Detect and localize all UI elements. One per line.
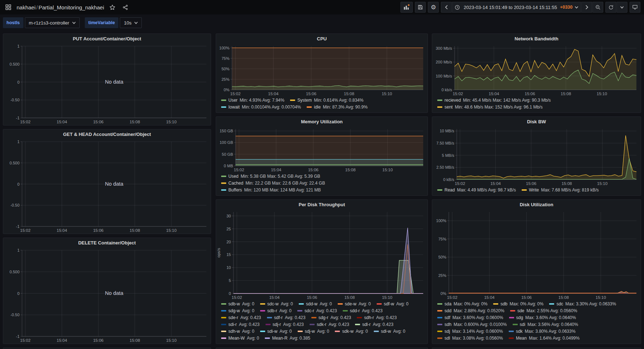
legend-item-sent[interactable]: sentMin: 48.6 Mb/s Max: 152 Mb/s Avg: 96… (437, 105, 637, 110)
delete-chart[interactable]: 10.5000-0.50-115:0215:0415:0615:0815:10N… (3, 247, 211, 344)
save-dashboard-button[interactable] (415, 2, 426, 13)
svg-text:15:06: 15:06 (526, 181, 536, 186)
svg-text:0: 0 (17, 182, 19, 186)
legend-item-sdd-r[interactable]: sdd-rAvg: 0.423 (343, 308, 383, 313)
legend-item-sdk-w[interactable]: sdk-wAvg: 0 (335, 329, 368, 334)
legend-item-recieved[interactable]: recievedMin: 45.4 Mb/s Max: 142 Mb/s Avg… (437, 98, 637, 103)
memory-legend: UsedMin: 5.38 GB Max: 5.42 GB Avg: 5.39 … (216, 173, 428, 195)
dashboard-settings-button[interactable]: ⚙ (428, 2, 439, 13)
legend-item-sdi[interactable]: sdiMax: 3.56% Avg: 0.0640% (513, 322, 578, 327)
legend-item-sdg-r[interactable]: sdg-rAvg: 0.423 (311, 315, 351, 320)
legend-item-sdj-w[interactable]: sdj-wAvg: 0 (298, 329, 329, 334)
legend-item-Used[interactable]: UsedMin: 5.38 GB Max: 5.42 GB Avg: 5.39 … (221, 174, 424, 179)
legend-item-sdi-r[interactable]: sdi-rAvg: 0.423 (221, 322, 260, 327)
legend-item-sdc-w[interactable]: sdc-wAvg: 0 (260, 301, 293, 306)
legend-item-sdj-r[interactable]: sdj-rAvg: 0.423 (266, 322, 304, 327)
svg-text:15:08: 15:08 (561, 181, 572, 186)
legend-item-sdl[interactable]: sdlMax: 3.08% Avg: 0.0560% (437, 336, 503, 341)
disk-bw-chart[interactable]: 0 kB/s2.50 MB/s5 MB/s7.50 MB/s10 MB/s15:… (432, 126, 641, 187)
legend-item-sdg[interactable]: sdgMax: 3.60% Avg: 0.0640% (509, 315, 576, 320)
legend-item-sdc-r[interactable]: sdc-rAvg: 0.423 (297, 308, 337, 313)
legend-item-sda[interactable]: sdaMax: 0% Avg: 0% (437, 301, 487, 306)
refresh-interval-dropdown[interactable] (617, 2, 627, 13)
legend-item-sdf[interactable]: sdfMax: 3.60% Avg: 0.0600% (437, 315, 503, 320)
legend-item-sdj[interactable]: sdjMax: 3.14% Avg: 0.0600% (437, 329, 503, 334)
legend-item-Mean[interactable]: MeanMax: 1.64% Avg: 0.0499% (509, 336, 580, 341)
legend-item-sdl-w[interactable]: sdl-wAvg: 0 (374, 329, 406, 334)
legend-item-System[interactable]: SystemMin: 0.614% Avg: 0.834% (290, 98, 363, 103)
legend-item-sde-w[interactable]: sde-wAvg: 0 (338, 301, 371, 306)
legend-item-Buffers[interactable]: BuffersMin: 120 MB Max: 124 MB Avg: 121 … (221, 187, 424, 193)
legend-item-sdh-w[interactable]: sdh-wAvg: 0 (221, 329, 254, 334)
legend-item-idle[interactable]: idleMin: 87.3% Avg: 90.9% (307, 105, 368, 110)
refresh-button[interactable] (605, 2, 616, 13)
panel-title[interactable]: DELETE Container/Object (3, 238, 211, 247)
svg-text:1: 1 (17, 140, 19, 144)
legend-item-sdf-w[interactable]: sdf-wAvg: 0 (377, 301, 408, 306)
network-chart[interactable]: 0 kb/s100 Mb/s200 Mb/s300 Mb/s15:0215:04… (432, 43, 641, 97)
time-range-button[interactable]: 2023-03-14 15:01:49 to 2023-03-14 15:11:… (452, 2, 581, 13)
legend-item-Write[interactable]: WriteMax: 7.68 MB/s Avg: 819 kB/s (522, 187, 599, 193)
get-head-chart[interactable]: 10.5000-0.50-115:0215:0415:0615:0815:10N… (3, 139, 211, 234)
panel-title[interactable]: Network Bandwidth (432, 34, 641, 43)
legend-item-Mean-W[interactable]: Mean-WAvg: 0 (221, 336, 259, 341)
legend-item-Mean-R[interactable]: Mean-RAvg: 0.385 (265, 336, 310, 341)
legend-item-Read[interactable]: ReadMax: 4.49 MB/s Avg: 98.7 kB/s (437, 187, 516, 193)
legend-item-sde-r[interactable]: sde-rAvg: 0.423 (221, 315, 261, 320)
legend-item-sdi-w[interactable]: sdi-wAvg: 0 (260, 329, 292, 334)
legend-item-sdb-w[interactable]: sdb-wAvg: 0 (221, 301, 254, 306)
series-color-swatch (260, 310, 265, 312)
share-icon[interactable] (121, 3, 130, 12)
legend-item-sdl-r[interactable]: sdl-rAvg: 0.423 (355, 322, 394, 327)
time-variable-value[interactable]: 10s (120, 17, 142, 28)
put-chart[interactable]: 10.5000-0.50-115:0215:0415:0615:0815:10N… (3, 43, 211, 125)
disk-util-chart[interactable]: 0%25%50%75%100%15:0215:0415:0615:0815:10 (432, 209, 641, 301)
svg-text:15:10: 15:10 (166, 228, 177, 233)
memory-chart[interactable]: 0 MB50 GB100 GB150 GB15:0215:0415:0615:0… (216, 126, 428, 173)
panel-title[interactable]: PUT Account/Container/Object (3, 34, 211, 43)
add-panel-button[interactable] (400, 2, 413, 13)
hosts-variable-value[interactable]: m-r1z1s3-controller (25, 17, 80, 28)
panel-title[interactable]: Disk BW (432, 117, 641, 126)
legend-item-sdd[interactable]: sddMax: 2.88% Avg: 0.0520% (437, 308, 504, 313)
breadcrumb-dashboard-title[interactable]: Partial_Monitoring_nakhaei (39, 4, 104, 10)
panel-title[interactable]: CPU (216, 34, 428, 43)
disk-util-legend: sdaMax: 0% Avg: 0%sdbMax: 0% Avg: 0%sdcM… (432, 301, 641, 344)
apps-grid-icon[interactable] (4, 3, 13, 12)
panel-title[interactable]: Disk Utilization (432, 200, 641, 209)
panel-title[interactable]: Per Disk Throughput (216, 200, 428, 209)
panel-title[interactable]: Memory Utilization (216, 117, 428, 126)
per-disk-chart[interactable]: 05101520253015:0215:0415:0615:0815:10ops… (216, 209, 428, 301)
legend-item-sdk[interactable]: sdkMax: 3.80% Avg: 0.0633% (509, 329, 575, 334)
panel-title[interactable]: GET & HEAD Account/Container/Object (3, 129, 211, 139)
legend-item-sdh-r[interactable]: sdh-rAvg: 0.423 (357, 315, 397, 320)
series-color-swatch (307, 106, 312, 108)
series-color-swatch (335, 331, 340, 332)
legend-item-User[interactable]: UserMin: 4.93% Avg: 7.94% (221, 98, 284, 103)
panel-delete: DELETE Container/Object 10.5000-0.50-115… (3, 238, 211, 344)
zoom-out-time-button[interactable] (592, 2, 603, 13)
legend-item-sdb[interactable]: sdbMax: 0% Avg: 0% (493, 301, 543, 306)
legend-item-sdk-r[interactable]: sdk-rAvg: 0.423 (310, 322, 349, 327)
kiosk-mode-button[interactable] (630, 2, 640, 13)
time-picker-group: 2023-03-14 15:01:49 to 2023-03-14 15:11:… (441, 2, 603, 13)
legend-item-Iowait[interactable]: IowaitMin: 0.00104% Avg: 0.00704% (221, 105, 301, 110)
series-color-swatch (221, 100, 226, 101)
legend-item-sdd-w[interactable]: sdd-wAvg: 0 (299, 301, 332, 306)
legend-item-sdf-r[interactable]: sdf-rAvg: 0.423 (267, 315, 306, 320)
svg-text:100%: 100% (436, 218, 446, 223)
series-color-swatch (297, 310, 302, 312)
cpu-chart[interactable]: 0%25%50%75%100%15:0215:0415:0615:0815:10 (216, 43, 428, 97)
legend-item-sdh[interactable]: sdhMax: 0.600% Avg: 0.0100% (437, 322, 507, 327)
svg-text:-0.50: -0.50 (10, 203, 19, 207)
legend-item-sdg-w[interactable]: sdg-wAvg: 0 (221, 308, 254, 313)
time-shift-back-button[interactable] (441, 2, 452, 13)
breadcrumb-folder[interactable]: nakhaei (17, 4, 36, 10)
svg-text:15:08: 15:08 (345, 295, 355, 300)
star-icon[interactable] (108, 3, 117, 12)
time-shift-forward-button[interactable] (581, 2, 592, 13)
legend-item-sdb-r[interactable]: sdb-rAvg: 0 (260, 308, 292, 313)
legend-item-sdc[interactable]: sdcMax: 3.30% Avg: 0.0633% (549, 301, 616, 306)
legend-item-Cached[interactable]: CachedMin: 22.2 GB Max: 22.6 GB Avg: 22.… (221, 181, 424, 186)
legend-item-sde[interactable]: sdeMax: 2.55% Avg: 0.0560% (510, 308, 577, 313)
